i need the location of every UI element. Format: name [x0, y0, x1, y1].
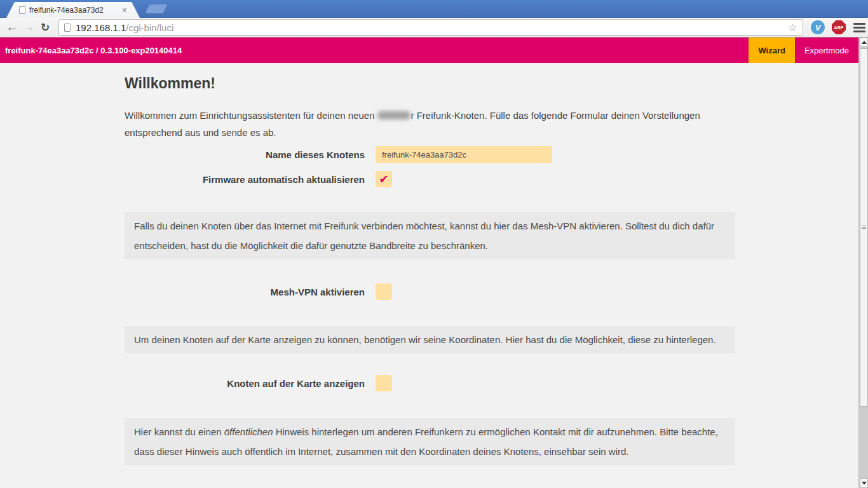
- bookmark-star-icon[interactable]: ☆: [788, 21, 797, 34]
- header-nav: Wizard Expertmode: [749, 37, 858, 63]
- hostname-label: Name dieses Knotens: [125, 149, 365, 160]
- site-header: freifunk-74ea3aa73d2c / 0.3.100-exp20140…: [0, 37, 858, 63]
- form-row-map: Knoten auf der Karte anzeigen: [125, 375, 735, 391]
- browser-tab[interactable]: freifunk-74ea3aa73d2 ×: [6, 2, 140, 18]
- intro-text-before: Willkommen zum Einrichtungsassistenten f…: [125, 110, 375, 121]
- meshvpn-label: Mesh-VPN aktivieren: [125, 287, 365, 297]
- blue-v-extension-icon[interactable]: V: [811, 20, 825, 34]
- intro-paragraph: Willkommen zum Einrichtungsassistenten f…: [125, 107, 722, 141]
- new-tab-button[interactable]: [146, 4, 168, 13]
- autoupdate-label: Firmware automatisch aktualisieren: [125, 174, 365, 185]
- url-host: 192.168.1.1: [76, 22, 126, 33]
- form-row-autoupdate: Firmware automatisch aktualisieren ✔: [125, 171, 735, 187]
- back-button[interactable]: ←: [4, 19, 20, 36]
- chrome-menu-icon[interactable]: [853, 23, 865, 32]
- autoupdate-checkbox[interactable]: ✔: [376, 171, 392, 187]
- scrollbar-grip-icon: [862, 226, 866, 229]
- scrollbar-thumb[interactable]: [860, 48, 868, 407]
- scrollbar-down-arrow[interactable]: [860, 478, 868, 488]
- nav-tab-expertmode[interactable]: Expertmode: [795, 37, 858, 63]
- address-bar[interactable]: 192.168.1.1/cgi-bin/luci ☆: [58, 19, 803, 36]
- meshvpn-checkbox[interactable]: [376, 283, 392, 300]
- contact-text-before: Hier kannst du einen: [134, 426, 224, 437]
- reload-button[interactable]: ↻: [37, 19, 53, 36]
- page-favicon-icon: [19, 6, 25, 14]
- adblock-plus-icon[interactable]: ABP: [832, 20, 846, 34]
- page-title: Willkommen!: [125, 75, 735, 92]
- map-label: Knoten auf der Karte anzeigen: [125, 378, 365, 389]
- contact-text-italic: öffentlichen: [224, 426, 273, 437]
- browser-window: freifunk-74ea3aa73d2 × ← → ↻ 192.168.1.1…: [0, 0, 868, 488]
- tab-close-icon[interactable]: ×: [122, 6, 127, 15]
- scrollbar-up-arrow[interactable]: [860, 37, 868, 47]
- site-title: freifunk-74ea3aa73d2c / 0.3.100-exp20140…: [0, 46, 749, 55]
- page-viewport: freifunk-74ea3aa73d2c / 0.3.100-exp20140…: [0, 37, 868, 488]
- page-security-icon[interactable]: [64, 24, 71, 32]
- form-row-meshvpn: Mesh-VPN aktivieren: [125, 283, 735, 300]
- tab-title: freifunk-74ea3aa73d2: [29, 6, 119, 15]
- info-box-coordinates: Um deinen Knoten auf der Karte anzeigen …: [125, 326, 735, 353]
- info-box-meshvpn: Falls du deinen Knoten über das Internet…: [125, 212, 735, 259]
- url-path: /cgi-bin/luci: [126, 22, 173, 33]
- scrollbar[interactable]: [858, 37, 868, 488]
- checkmark-icon: ✔: [379, 173, 388, 185]
- url-text[interactable]: 192.168.1.1/cgi-bin/luci: [76, 22, 788, 33]
- forward-button: →: [20, 19, 37, 36]
- nav-tab-wizard[interactable]: Wizard: [749, 37, 795, 63]
- form-row-hostname: Name dieses Knotens: [125, 146, 735, 163]
- tab-strip: freifunk-74ea3aa73d2 ×: [0, 0, 868, 18]
- wizard-content: Willkommen! Willkommen zum Einrichtungsa…: [125, 75, 735, 465]
- map-checkbox[interactable]: [376, 375, 392, 391]
- info-box-contact: Hier kannst du einen öffentlichen Hinwei…: [125, 418, 735, 465]
- redacted-community-name: [377, 111, 410, 119]
- hostname-input[interactable]: [376, 146, 552, 163]
- browser-toolbar: ← → ↻ 192.168.1.1/cgi-bin/luci ☆ V ABP: [0, 18, 868, 37]
